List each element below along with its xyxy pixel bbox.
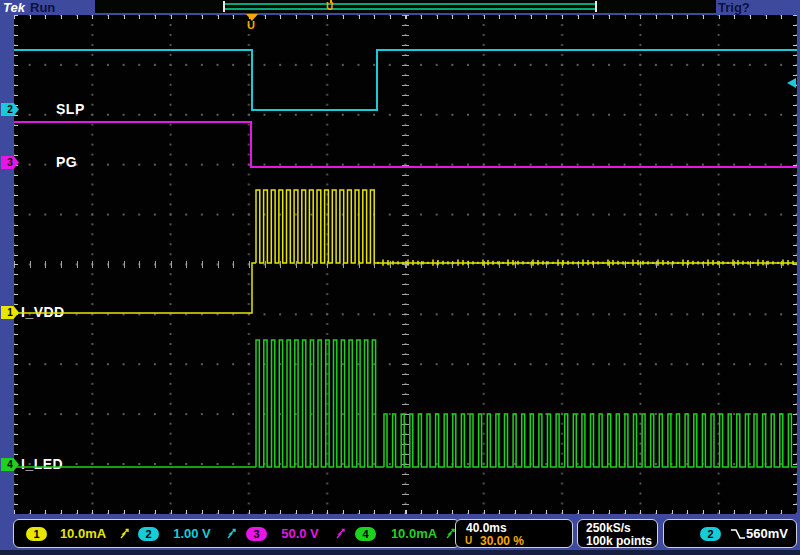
record-view-bar: U	[95, 0, 716, 13]
top-status-bar: Tek Run U Trig?	[0, 0, 800, 15]
trigger-readout-box[interactable]: 2 560mV	[663, 519, 797, 548]
graticule-bottom-ticks	[14, 510, 797, 514]
channel-3-badge[interactable]: 3	[246, 527, 267, 541]
tek-logo: Tek	[3, 0, 25, 15]
channel-3-coupling-icon	[336, 528, 347, 540]
waveform-label-slp: SLP	[56, 101, 85, 117]
trigger-position-marker: U	[245, 14, 259, 32]
bottom-edge	[0, 550, 800, 555]
acquisition-status: Run	[30, 0, 55, 15]
record-length: 100k points	[586, 534, 652, 548]
channel-2-coupling-icon	[227, 528, 238, 540]
channel-1-badge[interactable]: 1	[26, 527, 47, 541]
channel-4-scale[interactable]: 10.0mA	[380, 526, 448, 541]
horizontal-position-value: 30.00 %	[480, 534, 524, 548]
graticule	[14, 15, 797, 514]
horizontal-readout-box[interactable]: 40.0ms U 30.00 %	[455, 519, 573, 548]
channel-4-badge[interactable]: 4	[355, 527, 376, 541]
channel-2-scale[interactable]: 1.00 V	[162, 526, 222, 541]
waveform-label-ivdd: I_VDD	[21, 304, 65, 320]
acquisition-readout-box[interactable]: 250kS/s 100k points	[577, 519, 658, 548]
center-horizontal-axis	[14, 261, 797, 268]
trigger-status: Trig?	[718, 0, 750, 15]
channel-2-badge[interactable]: 2	[138, 527, 159, 541]
trigger-source-badge: 2	[700, 527, 721, 541]
horizontal-position-icon: U	[465, 535, 472, 546]
expansion-point-marker: U	[323, 0, 339, 13]
record-waveform-line	[225, 3, 595, 5]
time-per-division: 40.0ms	[466, 521, 507, 535]
record-window-bracket-right	[595, 1, 597, 12]
channel-1-coupling-icon	[120, 528, 131, 540]
channel-3-scale[interactable]: 50.0 V	[270, 526, 330, 541]
record-waveform-line	[225, 8, 595, 10]
trigger-level-value: 560mV	[746, 526, 788, 541]
trigger-level-arrow-icon	[787, 78, 796, 88]
oscilloscope-screen: { "header": { "logo": "Tek", "status": "…	[0, 0, 800, 555]
waveform-label-iled: I_LED	[21, 456, 63, 472]
graticule-right-ticks	[793, 15, 797, 514]
graticule-left-ticks	[14, 15, 18, 514]
waveform-label-pg: PG	[56, 154, 77, 170]
channel-readouts-box[interactable]: 1 10.0mA 2 1.00 V 3 50.0 V 4 10.0mA	[13, 519, 460, 548]
graticule-top-ticks	[14, 15, 797, 19]
channel-1-scale[interactable]: 10.0mA	[50, 526, 116, 541]
sample-rate: 250kS/s	[586, 521, 631, 535]
falling-edge-icon	[730, 528, 746, 540]
